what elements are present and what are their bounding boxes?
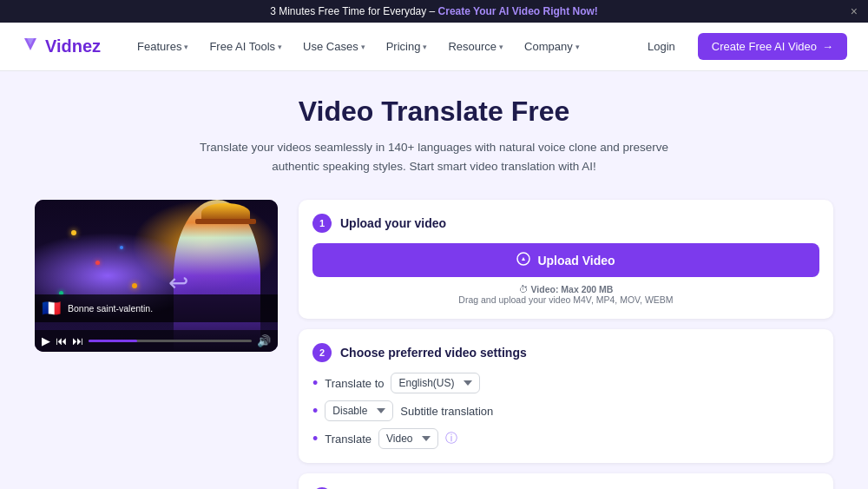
steps-panel: 1 Upload your video Upload Video ⏱ Video… [299, 200, 833, 489]
create-free-video-button[interactable]: Create Free AI Video → [698, 33, 847, 60]
nav-use-cases[interactable]: Use Cases ▾ [294, 35, 374, 58]
step-2-card: 2 Choose preferred video settings • Tran… [299, 329, 833, 463]
chevron-down-icon: ▾ [184, 43, 188, 51]
play-button[interactable]: ▶ [42, 334, 50, 347]
lights-overlay: ↩ [35, 200, 278, 352]
top-banner: 3 Minutes Free Time for Everyday – Creat… [0, 0, 868, 23]
upload-hint: ⏱ Video: Max 200 MB Drag and upload your… [312, 284, 819, 305]
nav-links: Features ▾ Free AI Tools ▾ Use Cases ▾ P… [128, 35, 634, 58]
nav-company[interactable]: Company ▾ [516, 35, 589, 58]
banner-text: 3 Minutes Free Time for Everyday – [270, 5, 437, 17]
step-1-number: 1 [312, 214, 332, 233]
logo[interactable]: Vidnez [21, 35, 101, 58]
flag-icon: 🇫🇷 [42, 299, 61, 318]
step-1-header: 1 Upload your video [312, 214, 819, 233]
main-content: Video Translate Free Translate your vide… [0, 71, 868, 489]
nav-free-ai-tools[interactable]: Free AI Tools ▾ [201, 35, 291, 58]
step-2-header: 2 Choose preferred video settings [312, 343, 819, 362]
upload-icon [516, 252, 530, 268]
progress-bar[interactable] [89, 340, 252, 342]
rewind-button[interactable]: ⏮ [56, 334, 67, 347]
bullet-icon: • [312, 431, 318, 446]
translate-to-select[interactable]: English(US) Spanish French German [391, 373, 480, 393]
setting-translate-type: • Translate Video Audio ⓘ [312, 428, 819, 449]
step-1-title: Upload your video [340, 216, 446, 230]
upload-video-button[interactable]: Upload Video [312, 243, 819, 277]
logo-icon [21, 35, 40, 58]
forward-button[interactable]: ⏭ [72, 334, 83, 347]
nav-features[interactable]: Features ▾ [128, 35, 197, 58]
svg-marker-1 [522, 257, 525, 261]
video-section: ↩ 🇫🇷 Bonne saint-valentin. ▶ ⏮ ⏭ 🔊 [35, 200, 278, 489]
step-2-number: 2 [312, 343, 332, 362]
nav-pricing[interactable]: Pricing ▾ [378, 35, 437, 58]
hero-title: Video Translate Free [35, 96, 833, 128]
banner-link[interactable]: Create Your AI Video Right Now! [438, 5, 598, 17]
setting-subtitle: • Disable Enable Subtitle translation [312, 400, 819, 421]
translate-type-select[interactable]: Video Audio [378, 428, 438, 449]
subtitle-bar: 🇫🇷 Bonne saint-valentin. [35, 294, 278, 322]
chevron-down-icon: ▾ [361, 43, 365, 51]
subtitle-text: Bonne saint-valentin. [68, 303, 153, 314]
chevron-down-icon: ▾ [499, 43, 503, 51]
volume-button[interactable]: 🔊 [257, 334, 271, 347]
step-1-card: 1 Upload your video Upload Video ⏱ Video… [299, 200, 833, 319]
login-button[interactable]: Login [634, 35, 689, 58]
logo-text: Vidnez [45, 36, 101, 56]
chevron-down-icon: ▾ [278, 43, 282, 51]
banner-close[interactable]: × [851, 4, 858, 18]
navbar: Vidnez Features ▾ Free AI Tools ▾ Use Ca… [0, 23, 868, 71]
setting-translate-to: • Translate to English(US) Spanish Frenc… [312, 373, 819, 393]
bullet-icon: • [312, 403, 318, 419]
progress-fill [89, 340, 137, 342]
video-controls: ▶ ⏮ ⏭ 🔊 [35, 330, 278, 352]
nav-actions: Login Create Free AI Video → [634, 33, 847, 60]
video-player[interactable]: ↩ 🇫🇷 Bonne saint-valentin. ▶ ⏮ ⏭ 🔊 [35, 200, 278, 352]
bullet-icon: • [312, 375, 318, 391]
clock-icon: ⏱ [519, 284, 529, 294]
chevron-down-icon: ▾ [423, 43, 427, 51]
info-icon[interactable]: ⓘ [445, 431, 457, 446]
hero-subtitle: Translate your videos seamlessly in 140+… [191, 138, 677, 175]
subtitle-toggle-select[interactable]: Disable Enable [325, 400, 393, 421]
arrow-icon: → [822, 40, 833, 53]
video-thumbnail: ↩ 🇫🇷 Bonne saint-valentin. [35, 200, 278, 352]
step-3-card: 3 Click Translate Now to start Translate… [299, 473, 833, 489]
content-area: ↩ 🇫🇷 Bonne saint-valentin. ▶ ⏮ ⏭ 🔊 [35, 200, 833, 489]
nav-resource[interactable]: Resource ▾ [439, 35, 512, 58]
step-2-title: Choose preferred video settings [340, 346, 527, 360]
chevron-down-icon: ▾ [575, 43, 580, 51]
